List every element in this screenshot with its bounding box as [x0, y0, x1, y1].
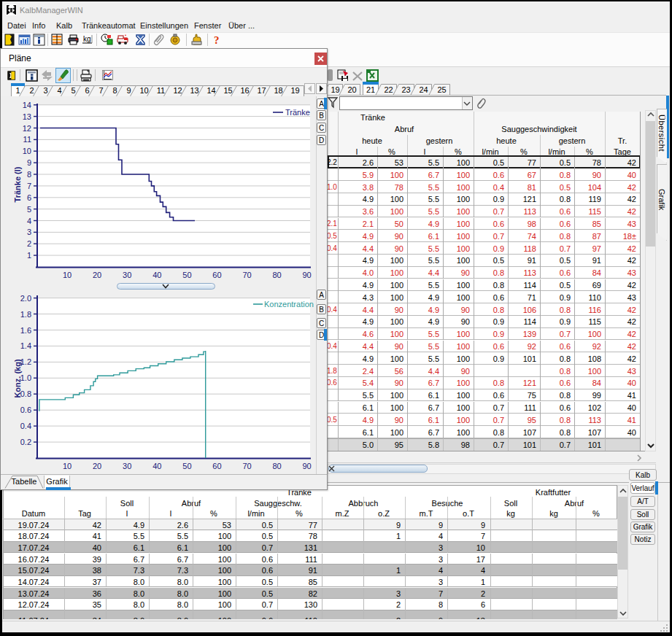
svg-text:1.8: 1.8	[20, 310, 31, 319]
svg-text:80: 80	[272, 462, 281, 470]
svg-text:6: 6	[27, 193, 31, 202]
svg-text:9: 9	[27, 158, 31, 167]
svg-text:2.0: 2.0	[20, 294, 31, 303]
svg-text:60: 60	[212, 462, 221, 470]
svg-text:?: ?	[214, 34, 220, 46]
svg-text:8: 8	[27, 170, 31, 179]
svg-text:13: 13	[23, 112, 31, 121]
svg-text:50: 50	[182, 462, 191, 470]
svg-text:30: 30	[123, 462, 131, 470]
svg-text:40: 40	[152, 462, 161, 470]
svg-text:7: 7	[27, 182, 31, 190]
svg-text:4: 4	[27, 217, 31, 225]
svg-text:0.2: 0.2	[20, 438, 31, 446]
svg-text:kg: kg	[83, 35, 91, 43]
svg-text:Tränke: Tränke	[285, 108, 310, 117]
svg-text:5: 5	[27, 205, 31, 214]
svg-text:3: 3	[27, 228, 31, 236]
svg-text:90: 90	[302, 271, 311, 279]
svg-text:12: 12	[23, 124, 31, 133]
svg-text:70: 70	[242, 462, 251, 470]
svg-text:1: 1	[27, 251, 31, 260]
svg-text:90: 90	[302, 462, 311, 470]
svg-text:2: 2	[27, 239, 31, 248]
svg-text:20: 20	[93, 462, 101, 470]
svg-text:60: 60	[212, 271, 221, 279]
svg-text:50: 50	[182, 271, 191, 279]
svg-text:40: 40	[152, 271, 161, 279]
svg-text:0.4: 0.4	[20, 422, 31, 430]
svg-text:11: 11	[23, 135, 31, 144]
svg-text:20: 20	[93, 271, 101, 279]
svg-text:30: 30	[123, 271, 131, 279]
svg-text:1.6: 1.6	[20, 326, 31, 335]
svg-text:80: 80	[272, 271, 281, 279]
svg-text:Konzentration: Konzentration	[264, 300, 314, 309]
svg-text:10: 10	[23, 147, 31, 155]
svg-text:70: 70	[242, 271, 251, 279]
svg-text:10: 10	[63, 462, 72, 470]
svg-text:14: 14	[23, 101, 31, 109]
svg-text:10: 10	[63, 271, 72, 279]
